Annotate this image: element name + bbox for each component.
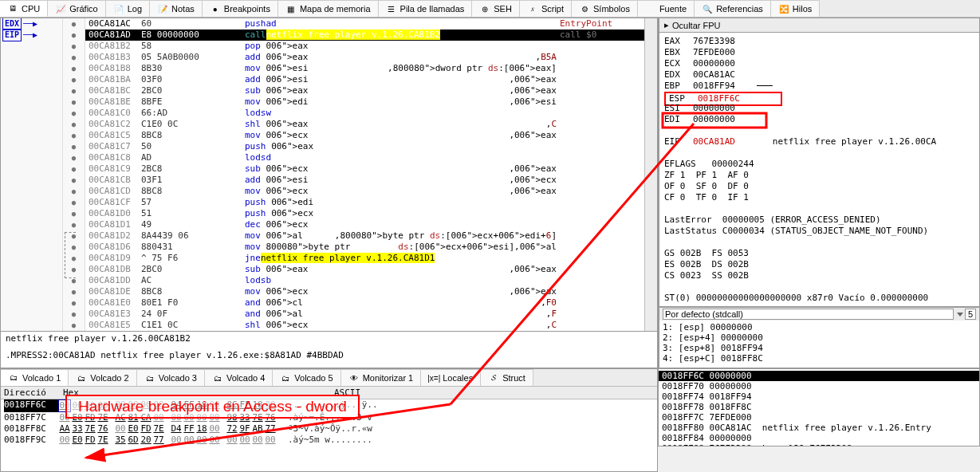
disasm-row[interactable]: 00CA81D9^ 75 F6jnenetflix free player v.…: [85, 253, 644, 264]
dump-tab-0[interactable]: 🗂Volcado 1: [1, 369, 69, 386]
tab-símbolos[interactable]: ⚙Símbolos: [572, 0, 638, 17]
dump-icon: 𝓢: [488, 372, 499, 384]
disassembly-pane[interactable]: EDX──▶EIP──▶ ●●●●●●●●●●●●●●●●●●●●●●●●●●●…: [0, 18, 658, 332]
dump-tab-6[interactable]: |x=|Locales: [421, 369, 481, 386]
disasm-row[interactable]: 00CA81E5C1E1 0Cshl 006">ecx,C: [85, 320, 644, 331]
breakpoint-gutter[interactable]: ●●●●●●●●●●●●●●●●●●●●●●●●●●●●●●: [63, 18, 85, 331]
register-ebp[interactable]: EBP0018FF94: [664, 81, 974, 92]
stack-row[interactable]: 0018FF88 767E3398 kernel32.767E3398: [659, 443, 979, 446]
info-pane: netflix free player v.1.26.00CA81B2 .MPR…: [0, 332, 658, 368]
disasm-row[interactable]: 00CA81E080E1 F0and 006">cl,F0: [85, 297, 644, 309]
disasm-row[interactable]: 00CA81ADE8 00000000callnetflix free play…: [85, 30, 644, 41]
dump-tab-7[interactable]: 𝓢Struct: [481, 369, 533, 386]
info-line2: .MPRESS2:00CA81AD netflix free player v.…: [6, 350, 652, 360]
stack-row[interactable]: 0018FF74 0018FF94: [659, 391, 979, 402]
stack-row[interactable]: 0018FF7C 7EFDE000: [659, 412, 979, 423]
disasm-row[interactable]: 00CA81DB2BC0sub 006">eax,006">eax: [85, 264, 644, 275]
dump-row[interactable]: 0018FF6C000000000000000094FF18008CFF1800…: [1, 399, 657, 412]
register-esp[interactable]: ESP0018FF6C: [664, 92, 974, 103]
disasm-row[interactable]: 00CA81B305 5A0B0000add 006">eax,B5A: [85, 52, 644, 63]
tab-pila-de-llamadas[interactable]: ☰Pila de llamadas: [379, 0, 473, 17]
tab-icon: ▦: [285, 3, 297, 14]
dump-row[interactable]: 0018FF7C00E0FD7EAC81CA000000000098337E76…: [1, 412, 657, 423]
dump-icon: 🗂: [8, 372, 19, 384]
disasm-row[interactable]: 00CA81B258pop 006">eax: [85, 41, 644, 52]
tab-log[interactable]: 📄Log: [106, 0, 150, 17]
registers-pane[interactable]: EAX767E3398 EBX7EFDE000 ECX00000000 EDX0…: [659, 33, 980, 307]
error-row: LastStatus C0000034 (STATUS_OBJECT_NAME_…: [664, 226, 974, 237]
register-ecx[interactable]: ECX00000000: [664, 58, 974, 69]
disasm-row[interactable]: 00CA81C750push 006">eax: [85, 141, 644, 152]
disasm-row[interactable]: 00CA81BC2BC0sub 006">eax,006">eax: [85, 85, 644, 96]
tab-breakpoints[interactable]: ●Breakpoints: [203, 0, 278, 17]
dump-row[interactable]: 0018FF9C00E0FD7E356D20770000000000000000…: [1, 435, 657, 446]
tab-icon: ⊕: [479, 3, 490, 14]
flags-row: ZF 1 PF 1 AF 0: [664, 170, 974, 181]
dump-tab-1[interactable]: 🗂Volcado 2: [69, 369, 136, 386]
disasm-row[interactable]: 00CA81CF57push 006">edi: [85, 197, 644, 208]
tab-fuente[interactable]: Fuente: [638, 0, 695, 17]
tab-notas[interactable]: 📝Notas: [150, 0, 203, 17]
disasm-row[interactable]: 00CA81DDAClodsb: [85, 275, 644, 286]
tab-referencias[interactable]: 🔍Referencias: [695, 0, 771, 17]
dump-tab-3[interactable]: 🗂Volcado 4: [205, 369, 273, 386]
disasm-row[interactable]: 00CA81DE8BC8mov 006">ecx,006">eax: [85, 286, 644, 297]
stack-arg: 1: [esp] 00000000: [663, 322, 976, 332]
dump-header: Direcció Hex ASCII: [1, 387, 657, 399]
disasm-row[interactable]: 00CA81D6880431mov 800080">byte ptr ds:[0…: [85, 242, 644, 253]
stack-row[interactable]: 0018FF78 0018FF8C: [659, 402, 979, 412]
disasm-row[interactable]: 00CA81BE8BFEmov 006">edi,006">esi: [85, 96, 644, 108]
tab-hilos[interactable]: 🔀Hilos: [771, 0, 820, 17]
dump-row[interactable]: 0018FF8CAA337E7600E0FD7ED4FF1800729FAB77…: [1, 423, 657, 435]
dump-tab-2[interactable]: 🗂Volcado 3: [137, 369, 205, 386]
dump-tabstrip: 🗂Volcado 1🗂Volcado 2🗂Volcado 3🗂Volcado 4…: [1, 369, 657, 387]
disasm-row[interactable]: 00CA81C8ADlodsd: [85, 152, 644, 163]
jump-arrow: [65, 232, 76, 278]
tab-cpu[interactable]: 🖥CPU: [0, 0, 48, 17]
register-pointer-gutter: EDX──▶EIP──▶: [1, 18, 63, 331]
memory-dump-pane[interactable]: 🗂Volcado 1🗂Volcado 2🗂Volcado 3🗂Volcado 4…: [0, 368, 658, 472]
stack-arg: 2: [esp+4] 00000000: [663, 332, 976, 343]
disasm-row[interactable]: 00CA81BA03F0add 006">esi,006">eax: [85, 74, 644, 85]
disasm-row[interactable]: 00CA81CD8BC8mov 006">ecx,006">eax: [85, 186, 644, 197]
disasm-row[interactable]: 00CA81C066:ADlodsw: [85, 108, 644, 119]
tab-script[interactable]: 𝑠Script: [520, 0, 572, 17]
tab-icon: 🔍: [702, 3, 713, 14]
dump-tab-5[interactable]: 👁Monitorizar 1: [341, 369, 422, 386]
disasm-row[interactable]: 00CA81AC60pushadEntryPoint: [85, 18, 644, 30]
dump-tab-4[interactable]: 🗂Volcado 5: [273, 369, 340, 386]
stack-args-pane[interactable]: 1: [esp] 000000002: [esp+4] 000000003: […: [659, 321, 980, 368]
chevron-down-icon: [957, 313, 963, 317]
register-edx[interactable]: EDX00CA81AC: [664, 69, 974, 81]
disasm-row[interactable]: 00CA81C2C1E0 0Cshl 006">eax,C: [85, 119, 644, 130]
param-count[interactable]: 5: [965, 309, 976, 320]
disasm-row[interactable]: 00CA81C58BC8mov 006">ecx,006">eax: [85, 130, 644, 141]
disasm-scrollbar[interactable]: [644, 18, 657, 331]
eflags: EFLAGS 00000244: [664, 159, 974, 170]
disasm-row[interactable]: 00CA81D149dec 006">ecx: [85, 219, 644, 230]
register-ebx[interactable]: EBX7EFDE000: [664, 47, 974, 58]
tab-gráfico[interactable]: 📈Gráfico: [48, 0, 105, 17]
segment-row: ES 002B DS 002B: [664, 259, 974, 270]
stack-row[interactable]: 0018FF70 00000000: [659, 381, 979, 391]
disasm-row[interactable]: 00CA81CB03F1add 006">esi,006">ecx: [85, 175, 644, 186]
disasm-row[interactable]: 00CA81B88B30mov 006">esi,800080">dword p…: [85, 63, 644, 74]
disasm-row[interactable]: 00CA81C92BC8sub 006">ecx,006">eax: [85, 163, 644, 175]
register-esi[interactable]: ESI00000000: [664, 103, 974, 114]
callconv-selector[interactable]: Por defecto (stdcall) 5: [659, 307, 980, 321]
register-edi[interactable]: EDI00000000: [664, 114, 974, 125]
register-eax[interactable]: EAX767E3398: [664, 36, 974, 47]
tab-seh[interactable]: ⊕SEH: [472, 0, 520, 17]
stack-row[interactable]: 0018FF6C 00000000: [659, 371, 979, 381]
stack-row[interactable]: 0018FF80 00CA81AC netflix free player v.…: [659, 423, 979, 433]
tab-mapa-de-memoria[interactable]: ▦Mapa de memoria: [278, 0, 379, 17]
disasm-row[interactable]: 00CA81D051push 006">ecx: [85, 208, 644, 219]
disasm-row[interactable]: 00CA81E324 0Fand 006">al,F: [85, 309, 644, 320]
stack-row[interactable]: 0018FF84 00000000: [659, 433, 979, 443]
info-line1: netflix free player v.1.26.00CA81B2: [6, 333, 652, 344]
disasm-row[interactable]: 00CA81D28A4439 06mov 006">al,800080">byt…: [85, 230, 644, 242]
stack-arg: 3: [esp+8] 0018FF94: [663, 343, 976, 353]
dump-icon: |x=|: [428, 372, 439, 384]
fpu-toggle[interactable]: ▸ Ocultar FPU: [659, 18, 980, 33]
stack-pane[interactable]: 0018FF6C 000000000018FF70 000000000018FF…: [658, 368, 980, 446]
